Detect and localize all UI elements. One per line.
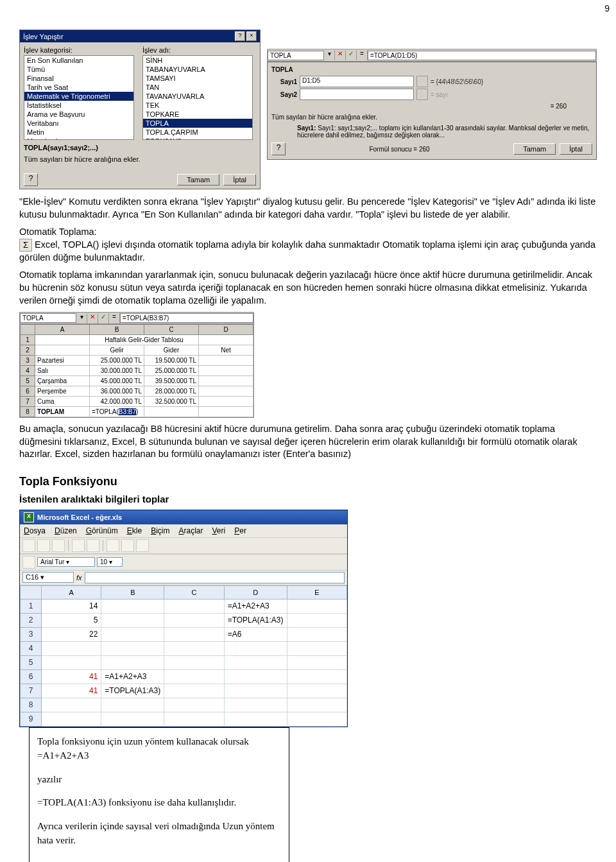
menu-item[interactable]: Görünüm	[86, 526, 118, 535]
list-item[interactable]: Matematik ve Trigonometri	[24, 92, 133, 101]
preview-icon[interactable]	[87, 539, 99, 552]
excel-grid[interactable]: ABCDE114=A1+A2+A325=TOPLA(A1:A3)322=A645…	[20, 585, 347, 727]
subheading: İstenilen aralıktaki bilgileri toplar	[19, 494, 597, 504]
list-item[interactable]: Metin	[24, 128, 133, 137]
help-icon[interactable]: ?	[235, 31, 245, 41]
cancel-button[interactable]: İptal	[223, 174, 256, 185]
name-box[interactable]: TOPLA	[268, 51, 324, 60]
new-icon[interactable]	[22, 539, 35, 552]
side-note-box: Topla fonksiyonu için uzun yöntem kullan…	[29, 727, 289, 862]
font-size-selector[interactable]: 10 ▾	[97, 557, 123, 567]
context-help-icon[interactable]: ?	[24, 173, 38, 186]
list-item[interactable]: TAVANAYUVARLA	[143, 92, 252, 101]
arg1-label: Sayı1	[271, 78, 297, 85]
list-item[interactable]: En Son Kullanılan	[24, 56, 133, 65]
cancel-icon[interactable]: ✕	[87, 313, 98, 323]
function-arguments-dialog: TOPLA Sayı1 D1:D5 = {44\48\52\56\60} Say…	[267, 62, 597, 160]
function-list[interactable]: SİNHTABANAYUVARLATAMSAYITANTAVANAYUVARLA…	[142, 55, 253, 140]
menu-item[interactable]: Araçlar	[178, 526, 203, 535]
cut-icon[interactable]	[107, 539, 119, 552]
arg2-result: = sayı	[431, 91, 448, 98]
excel-title: Microsoft Excel - eğer.xls	[37, 513, 122, 521]
function-label: İşlev adı:	[142, 46, 256, 54]
result-label: Formül sonucu = 260	[369, 146, 429, 153]
menu-item[interactable]: Veri	[212, 526, 226, 535]
name-box[interactable]: C16 ▾	[22, 572, 74, 583]
excel-menubar[interactable]: DosyaDüzenGörünümEkleBiçimAraçlarVeriPer	[20, 524, 347, 537]
args-fn-name: TOPLA	[271, 66, 592, 73]
formula-bar: TOPLA ▾ ✕ ✓ = =TOPLA(D1:D5)	[267, 49, 597, 62]
list-item[interactable]: İstatistiksel	[24, 101, 133, 110]
excel-app-icon: X	[24, 512, 34, 522]
page-number: 9	[0, 0, 616, 17]
close-icon[interactable]: ×	[246, 31, 257, 41]
paragraph: Bu amaçla, sonucun yazılacağı B8 hücresi…	[19, 423, 597, 461]
confirm-icon[interactable]: ✓	[346, 50, 357, 60]
dialog-title: İşlev Yapıştır	[23, 33, 64, 40]
list-item[interactable]: TEK	[143, 101, 252, 110]
arg1-input[interactable]: D1:D5	[300, 76, 414, 87]
dropdown-icon[interactable]: ▾	[324, 50, 335, 60]
list-item[interactable]: TOPLA	[143, 119, 252, 128]
copy-icon[interactable]	[121, 539, 134, 552]
syntax-text: TOPLA(sayı1;sayı2;...)	[24, 144, 98, 151]
arg2-label: Sayı2	[271, 91, 297, 98]
ok-button[interactable]: Tamam	[513, 143, 556, 155]
args-desc: Tüm sayıları bir hücre aralığına ekler.	[271, 114, 592, 121]
list-item[interactable]: TAN	[143, 83, 252, 92]
menu-item[interactable]: Per	[234, 526, 246, 535]
list-item[interactable]: Tarih ve Saat	[24, 83, 133, 92]
formula-input[interactable]: =TOPLA(D1:D5)	[368, 51, 596, 60]
list-item[interactable]: Mantıksal	[24, 137, 133, 140]
range-picker-icon[interactable]	[416, 76, 428, 87]
open-icon[interactable]	[37, 539, 50, 552]
cancel-icon[interactable]: ✕	[335, 50, 346, 60]
paragraph: Otomatik toplama imkanından yararlanmak …	[19, 269, 597, 307]
hint-text: Tüm sayıları bir hücre aralığına ekler.	[24, 155, 256, 163]
name-box[interactable]: TOPLA	[20, 313, 76, 323]
formula-input[interactable]	[85, 572, 345, 583]
fx-icon[interactable]: fx	[76, 574, 82, 582]
note-text: Topla fonksiyonu için uzun yöntem kullan…	[37, 734, 281, 763]
excel-format-toolbar[interactable]: Arial Tur ▾ 10 ▾	[20, 554, 347, 571]
formula-input[interactable]: =TOPLA(B3:B7)	[120, 313, 253, 323]
list-item[interactable]: TOPKARE	[143, 110, 252, 119]
print-icon[interactable]	[72, 539, 85, 552]
function-wizard-dialog: İşlev Yapıştır ? × İşlev kategorisi: En …	[19, 30, 261, 189]
arg2-input[interactable]	[300, 89, 414, 100]
note-text: yazılır	[37, 772, 281, 787]
list-item[interactable]: Finansal	[24, 74, 133, 83]
list-item[interactable]: Arama ve Başvuru	[24, 110, 133, 119]
paste-icon[interactable]	[136, 539, 149, 552]
category-list[interactable]: En Son KullanılanTümüFinansalTarih ve Sa…	[24, 55, 134, 140]
menu-item[interactable]: Ekle	[127, 526, 142, 535]
dropdown-icon[interactable]: ▾	[76, 313, 87, 323]
heading-topla: Topla Fonksiyonu	[19, 475, 597, 488]
excel-titlebar: X Microsoft Excel - eğer.xls	[20, 510, 347, 524]
list-item[interactable]: SİNH	[143, 56, 252, 65]
menu-item[interactable]: Biçim	[151, 526, 169, 535]
ok-button[interactable]: Tamam	[177, 174, 219, 185]
arg1-result: = {44\48\52\56\60}	[431, 78, 483, 85]
list-item[interactable]: Tümü	[24, 65, 133, 74]
excel-formula-bar: C16 ▾ fx	[20, 571, 347, 585]
range-picker-icon[interactable]	[416, 89, 428, 100]
context-help-icon[interactable]: ?	[271, 142, 286, 155]
excel-toolbar[interactable]	[20, 537, 347, 554]
workbook-icon[interactable]	[22, 556, 35, 569]
equals-icon[interactable]: =	[109, 313, 120, 323]
menu-item[interactable]: Düzen	[55, 526, 77, 535]
spreadsheet-example-1: TOPLA ▾ ✕ ✓ = =TOPLA(B3:B7) ABCD1Haftalı…	[19, 312, 254, 418]
list-item[interactable]: TAMSAYI	[143, 74, 252, 83]
paragraph: "Ekle-İşlev" Komutu verdikten sonra ekra…	[19, 196, 597, 221]
list-item[interactable]: TOPX2AY2	[143, 137, 252, 140]
equals-icon[interactable]: =	[357, 50, 368, 60]
font-selector[interactable]: Arial Tur ▾	[37, 557, 95, 567]
confirm-icon[interactable]: ✓	[98, 313, 109, 323]
cancel-button[interactable]: İptal	[560, 143, 592, 155]
menu-item[interactable]: Dosya	[24, 526, 46, 535]
list-item[interactable]: TABANAYUVARLA	[143, 65, 252, 74]
list-item[interactable]: Veritabanı	[24, 119, 133, 128]
list-item[interactable]: TOPLA.ÇARPIM	[143, 128, 252, 137]
save-icon[interactable]	[52, 539, 65, 552]
